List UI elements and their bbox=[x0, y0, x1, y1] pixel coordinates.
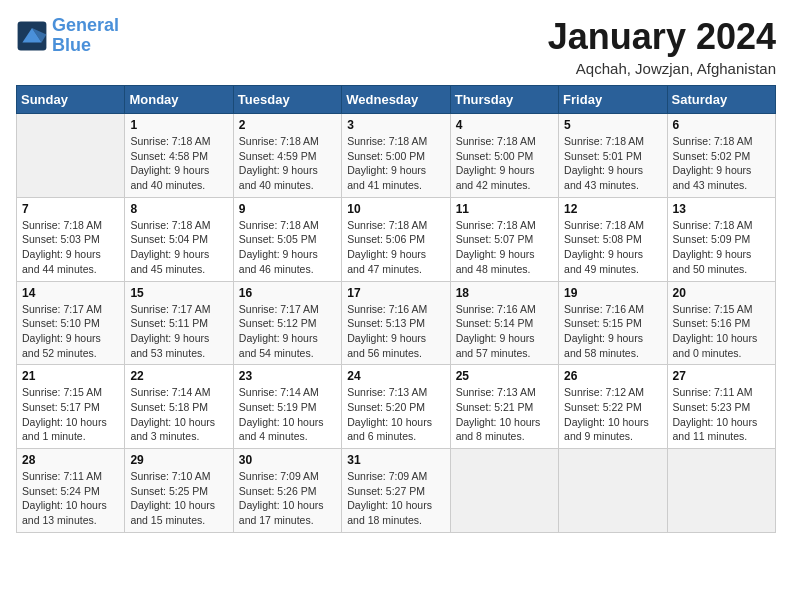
logo: General Blue bbox=[16, 16, 119, 56]
day-info: Sunrise: 7:18 AM Sunset: 5:05 PM Dayligh… bbox=[239, 218, 336, 277]
header-thursday: Thursday bbox=[450, 86, 558, 114]
day-number: 10 bbox=[347, 202, 444, 216]
day-info: Sunrise: 7:16 AM Sunset: 5:15 PM Dayligh… bbox=[564, 302, 661, 361]
logo-blue: Blue bbox=[52, 35, 91, 55]
calendar-cell: 21Sunrise: 7:15 AM Sunset: 5:17 PM Dayli… bbox=[17, 365, 125, 449]
calendar-cell: 27Sunrise: 7:11 AM Sunset: 5:23 PM Dayli… bbox=[667, 365, 775, 449]
day-info: Sunrise: 7:13 AM Sunset: 5:20 PM Dayligh… bbox=[347, 385, 444, 444]
calendar-cell bbox=[17, 114, 125, 198]
day-info: Sunrise: 7:18 AM Sunset: 5:00 PM Dayligh… bbox=[456, 134, 553, 193]
day-number: 31 bbox=[347, 453, 444, 467]
day-number: 8 bbox=[130, 202, 227, 216]
day-number: 2 bbox=[239, 118, 336, 132]
day-number: 26 bbox=[564, 369, 661, 383]
day-number: 17 bbox=[347, 286, 444, 300]
day-info: Sunrise: 7:18 AM Sunset: 4:59 PM Dayligh… bbox=[239, 134, 336, 193]
day-info: Sunrise: 7:18 AM Sunset: 5:01 PM Dayligh… bbox=[564, 134, 661, 193]
header-row: SundayMondayTuesdayWednesdayThursdayFrid… bbox=[17, 86, 776, 114]
logo-icon bbox=[16, 20, 48, 52]
day-number: 20 bbox=[673, 286, 770, 300]
day-info: Sunrise: 7:18 AM Sunset: 5:09 PM Dayligh… bbox=[673, 218, 770, 277]
week-row-4: 21Sunrise: 7:15 AM Sunset: 5:17 PM Dayli… bbox=[17, 365, 776, 449]
day-number: 3 bbox=[347, 118, 444, 132]
calendar-table: SundayMondayTuesdayWednesdayThursdayFrid… bbox=[16, 85, 776, 533]
day-info: Sunrise: 7:10 AM Sunset: 5:25 PM Dayligh… bbox=[130, 469, 227, 528]
calendar-cell: 14Sunrise: 7:17 AM Sunset: 5:10 PM Dayli… bbox=[17, 281, 125, 365]
calendar-cell: 6Sunrise: 7:18 AM Sunset: 5:02 PM Daylig… bbox=[667, 114, 775, 198]
header-saturday: Saturday bbox=[667, 86, 775, 114]
day-info: Sunrise: 7:15 AM Sunset: 5:16 PM Dayligh… bbox=[673, 302, 770, 361]
calendar-cell: 30Sunrise: 7:09 AM Sunset: 5:26 PM Dayli… bbox=[233, 449, 341, 533]
day-number: 30 bbox=[239, 453, 336, 467]
calendar-cell: 19Sunrise: 7:16 AM Sunset: 5:15 PM Dayli… bbox=[559, 281, 667, 365]
calendar-cell: 15Sunrise: 7:17 AM Sunset: 5:11 PM Dayli… bbox=[125, 281, 233, 365]
day-number: 13 bbox=[673, 202, 770, 216]
week-row-2: 7Sunrise: 7:18 AM Sunset: 5:03 PM Daylig… bbox=[17, 197, 776, 281]
logo-general: General bbox=[52, 15, 119, 35]
day-info: Sunrise: 7:15 AM Sunset: 5:17 PM Dayligh… bbox=[22, 385, 119, 444]
day-info: Sunrise: 7:16 AM Sunset: 5:13 PM Dayligh… bbox=[347, 302, 444, 361]
page-header: General Blue January 2024 Aqchah, Jowzja… bbox=[16, 16, 776, 77]
calendar-cell: 4Sunrise: 7:18 AM Sunset: 5:00 PM Daylig… bbox=[450, 114, 558, 198]
calendar-cell: 13Sunrise: 7:18 AM Sunset: 5:09 PM Dayli… bbox=[667, 197, 775, 281]
day-info: Sunrise: 7:17 AM Sunset: 5:11 PM Dayligh… bbox=[130, 302, 227, 361]
calendar-cell: 22Sunrise: 7:14 AM Sunset: 5:18 PM Dayli… bbox=[125, 365, 233, 449]
calendar-cell: 8Sunrise: 7:18 AM Sunset: 5:04 PM Daylig… bbox=[125, 197, 233, 281]
calendar-cell: 17Sunrise: 7:16 AM Sunset: 5:13 PM Dayli… bbox=[342, 281, 450, 365]
day-number: 5 bbox=[564, 118, 661, 132]
title-block: January 2024 Aqchah, Jowzjan, Afghanista… bbox=[548, 16, 776, 77]
header-sunday: Sunday bbox=[17, 86, 125, 114]
calendar-cell: 26Sunrise: 7:12 AM Sunset: 5:22 PM Dayli… bbox=[559, 365, 667, 449]
day-number: 19 bbox=[564, 286, 661, 300]
day-info: Sunrise: 7:18 AM Sunset: 5:08 PM Dayligh… bbox=[564, 218, 661, 277]
calendar-cell bbox=[667, 449, 775, 533]
day-number: 25 bbox=[456, 369, 553, 383]
day-info: Sunrise: 7:14 AM Sunset: 5:19 PM Dayligh… bbox=[239, 385, 336, 444]
header-wednesday: Wednesday bbox=[342, 86, 450, 114]
calendar-cell: 9Sunrise: 7:18 AM Sunset: 5:05 PM Daylig… bbox=[233, 197, 341, 281]
day-info: Sunrise: 7:18 AM Sunset: 5:00 PM Dayligh… bbox=[347, 134, 444, 193]
calendar-cell: 20Sunrise: 7:15 AM Sunset: 5:16 PM Dayli… bbox=[667, 281, 775, 365]
day-info: Sunrise: 7:18 AM Sunset: 5:04 PM Dayligh… bbox=[130, 218, 227, 277]
day-number: 1 bbox=[130, 118, 227, 132]
header-friday: Friday bbox=[559, 86, 667, 114]
day-number: 18 bbox=[456, 286, 553, 300]
day-number: 14 bbox=[22, 286, 119, 300]
calendar-cell: 3Sunrise: 7:18 AM Sunset: 5:00 PM Daylig… bbox=[342, 114, 450, 198]
day-number: 24 bbox=[347, 369, 444, 383]
day-info: Sunrise: 7:09 AM Sunset: 5:27 PM Dayligh… bbox=[347, 469, 444, 528]
calendar-cell: 25Sunrise: 7:13 AM Sunset: 5:21 PM Dayli… bbox=[450, 365, 558, 449]
calendar-cell: 10Sunrise: 7:18 AM Sunset: 5:06 PM Dayli… bbox=[342, 197, 450, 281]
calendar-cell: 24Sunrise: 7:13 AM Sunset: 5:20 PM Dayli… bbox=[342, 365, 450, 449]
day-info: Sunrise: 7:13 AM Sunset: 5:21 PM Dayligh… bbox=[456, 385, 553, 444]
day-number: 12 bbox=[564, 202, 661, 216]
day-number: 22 bbox=[130, 369, 227, 383]
calendar-cell bbox=[450, 449, 558, 533]
day-number: 7 bbox=[22, 202, 119, 216]
day-number: 29 bbox=[130, 453, 227, 467]
day-number: 16 bbox=[239, 286, 336, 300]
day-number: 28 bbox=[22, 453, 119, 467]
calendar-cell: 2Sunrise: 7:18 AM Sunset: 4:59 PM Daylig… bbox=[233, 114, 341, 198]
day-info: Sunrise: 7:14 AM Sunset: 5:18 PM Dayligh… bbox=[130, 385, 227, 444]
day-number: 11 bbox=[456, 202, 553, 216]
header-tuesday: Tuesday bbox=[233, 86, 341, 114]
day-info: Sunrise: 7:18 AM Sunset: 5:02 PM Dayligh… bbox=[673, 134, 770, 193]
calendar-cell: 23Sunrise: 7:14 AM Sunset: 5:19 PM Dayli… bbox=[233, 365, 341, 449]
calendar-cell: 29Sunrise: 7:10 AM Sunset: 5:25 PM Dayli… bbox=[125, 449, 233, 533]
day-number: 9 bbox=[239, 202, 336, 216]
calendar-cell: 11Sunrise: 7:18 AM Sunset: 5:07 PM Dayli… bbox=[450, 197, 558, 281]
calendar-cell: 18Sunrise: 7:16 AM Sunset: 5:14 PM Dayli… bbox=[450, 281, 558, 365]
calendar-cell: 1Sunrise: 7:18 AM Sunset: 4:58 PM Daylig… bbox=[125, 114, 233, 198]
day-info: Sunrise: 7:11 AM Sunset: 5:24 PM Dayligh… bbox=[22, 469, 119, 528]
day-number: 6 bbox=[673, 118, 770, 132]
calendar-cell bbox=[559, 449, 667, 533]
day-info: Sunrise: 7:09 AM Sunset: 5:26 PM Dayligh… bbox=[239, 469, 336, 528]
logo-text: General Blue bbox=[52, 16, 119, 56]
day-number: 27 bbox=[673, 369, 770, 383]
day-info: Sunrise: 7:18 AM Sunset: 4:58 PM Dayligh… bbox=[130, 134, 227, 193]
calendar-cell: 16Sunrise: 7:17 AM Sunset: 5:12 PM Dayli… bbox=[233, 281, 341, 365]
calendar-subtitle: Aqchah, Jowzjan, Afghanistan bbox=[548, 60, 776, 77]
day-info: Sunrise: 7:11 AM Sunset: 5:23 PM Dayligh… bbox=[673, 385, 770, 444]
day-info: Sunrise: 7:18 AM Sunset: 5:03 PM Dayligh… bbox=[22, 218, 119, 277]
